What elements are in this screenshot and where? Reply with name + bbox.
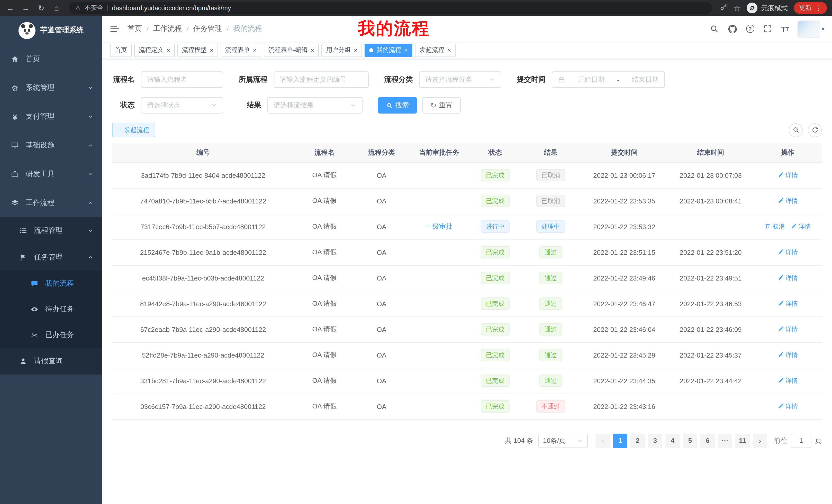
search-button[interactable]: 搜索 [378,97,417,114]
sidebar-item-task-management[interactable]: 任务管理 [0,244,102,271]
sidebar-item-dev-tools[interactable]: 研发工具 [0,160,102,189]
sidebar-item-my-process[interactable]: 我的流程 [0,271,102,297]
password-key-icon[interactable] [719,3,727,13]
tab-home[interactable]: 首页 [110,44,132,57]
current-task-link[interactable]: 一级审批 [426,222,452,230]
category-select[interactable]: 请选择流程分类 [419,72,501,88]
reload-icon[interactable]: ↻ [36,3,46,12]
more-pages-button[interactable]: ··· [718,433,732,448]
app-logo[interactable]: 芋道管理系统 [0,16,102,45]
detail-link[interactable]: 详情 [778,299,798,308]
tab-process-definition[interactable]: 流程定义× [134,44,175,57]
result-select[interactable]: 请选择流结果 [267,97,363,114]
detail-link[interactable]: 详情 [791,222,811,231]
sidebar-item-label: 支付管理 [26,112,54,121]
detail-link[interactable]: 详情 [778,402,798,411]
help-icon[interactable]: ? [746,25,754,33]
detail-link[interactable]: 详情 [778,376,798,385]
page-button[interactable]: 3 [648,433,662,448]
search-button-label: 搜索 [395,101,409,110]
process-id-cell: 331bc281-7b9a-11ec-a290-acde48001122 [112,368,294,394]
detail-link[interactable]: 详情 [778,274,798,282]
fullscreen-icon[interactable] [763,24,772,33]
breadcrumb-item[interactable]: 任务管理 [193,24,222,33]
detail-link[interactable]: 详情 [778,351,798,359]
tab-process-model[interactable]: 流程模型× [177,44,218,57]
close-icon[interactable]: × [253,47,257,53]
tab-start-process[interactable]: 发起流程× [415,44,456,57]
sidebar-item-payment[interactable]: ¥支付管理 [0,102,102,131]
current-task-cell: 一级审批 [408,214,470,240]
browser-home-icon[interactable]: ⌂ [51,4,62,12]
sidebar-item-system[interactable]: ⚙系统管理 [0,74,102,102]
font-size-icon[interactable]: TT [781,24,789,33]
goto-page-input[interactable] [791,433,811,448]
tab-my-process[interactable]: 我的流程× [365,44,412,57]
page-button[interactable]: 6 [700,433,715,448]
process-category-cell: OA [355,316,408,342]
search-icon[interactable] [709,24,719,33]
detail-link[interactable]: 详情 [778,197,798,205]
sidebar-item-leave-query[interactable]: 请假查询 [0,348,102,374]
detail-label: 详情 [799,222,811,231]
sidebar-item-todo-tasks[interactable]: 待办任务 [0,297,102,322]
incognito-profile[interactable]: 无痕模式 [747,3,788,13]
status-cell: 已完成 [470,265,520,291]
start-process-button[interactable]: + 发起流程 [112,123,155,137]
forward-icon[interactable]: → [21,4,31,12]
breadcrumb-item[interactable]: 工作流程 [153,24,182,33]
back-icon[interactable]: ← [5,4,16,12]
show-search-button[interactable] [789,123,803,137]
status-select[interactable]: 请选择状态 [141,97,223,114]
reset-button[interactable]: ↻ 重置 [422,97,461,114]
detail-link[interactable]: 详情 [778,171,798,179]
page-button[interactable]: 1 [613,433,627,448]
hamburger-icon[interactable] [109,24,120,34]
result-badge: 通过 [539,272,562,284]
detail-link[interactable]: 详情 [778,325,798,334]
date-range-separator: - [614,76,622,83]
close-icon[interactable]: × [404,47,408,53]
user-menu[interactable]: ▾ [798,20,824,37]
sidebar-item-home[interactable]: 首页 [0,45,102,74]
process-category-cell: OA [355,291,408,316]
tab-process-form-edit[interactable]: 流程表单-编辑× [264,44,319,57]
page-button[interactable]: 4 [666,433,680,448]
breadcrumb-item[interactable]: 首页 [128,24,142,33]
page-button[interactable]: 11 [735,433,750,448]
detail-link[interactable]: 详情 [778,248,798,257]
sidebar-item-process-management[interactable]: 流程管理 [0,217,102,244]
refresh-table-button[interactable] [808,123,822,137]
process-id-cell: 7470a810-7b9b-11ec-b5b7-acde48001122 [112,188,294,214]
tab-process-form[interactable]: 流程表单× [220,44,261,57]
actions-cell: 详情 [754,342,822,368]
browser-menu-icon[interactable]: ⋮ [815,4,822,12]
next-page-button[interactable]: › [753,433,767,448]
process-id-input[interactable]: 请输入流程定义的编号 [274,72,369,88]
page-button[interactable]: 2 [630,433,645,448]
prev-page-button[interactable]: ‹ [595,433,610,448]
page-button[interactable]: 5 [683,433,697,448]
address-bar[interactable]: ⚠ 不安全 dashboard.yudao.iocoder.cn/bpm/tas… [69,2,712,14]
current-task-cell [408,342,470,368]
update-button[interactable]: 更新 ⋮ [794,2,827,14]
bookmark-star-icon[interactable]: ☆ [733,3,740,12]
sidebar-item-workflow[interactable]: 工作流程 [0,189,102,217]
sidebar-item-done-tasks[interactable]: ✂已办任务 [0,322,102,348]
close-icon[interactable]: × [354,47,357,53]
close-icon[interactable]: × [166,47,170,53]
sidebar-item-infrastructure[interactable]: 基础设施 [0,131,102,160]
github-icon[interactable] [727,24,737,34]
process-name-input[interactable]: 请输入流程名 [141,72,223,88]
actions-cell: 详情 [754,394,822,419]
process-id-cell: 52ffd28e-7b9a-11ec-a290-acde48001122 [112,342,294,368]
close-icon[interactable]: × [311,47,314,53]
close-icon[interactable]: × [447,47,451,53]
result-badge: 已取消 [536,195,565,207]
status-cell: 进行中 [470,214,520,240]
close-icon[interactable]: × [210,47,213,53]
cancel-link[interactable]: 取消 [765,222,785,231]
tab-user-group[interactable]: 用户分组× [321,44,362,57]
page-size-select[interactable]: 10条/页 [538,433,588,448]
submit-time-range-picker[interactable]: 开始日期 - 结束日期 [552,72,665,88]
